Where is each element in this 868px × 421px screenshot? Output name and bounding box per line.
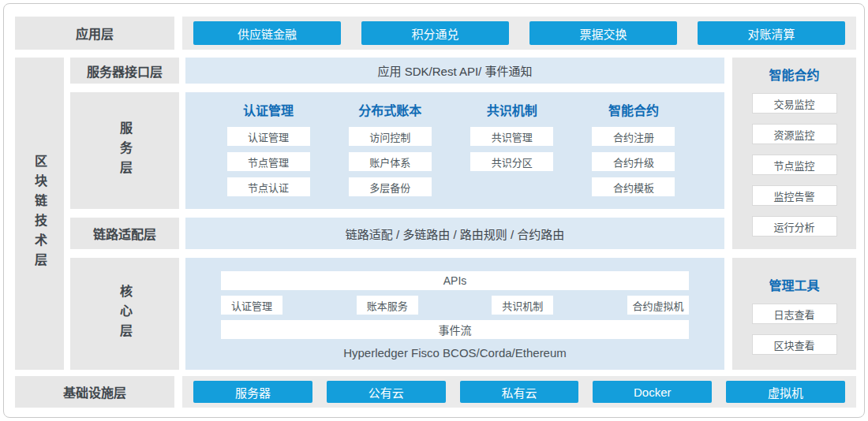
service-item: 合约注册 — [592, 127, 675, 146]
adapter-layer-content: 链路适配 / 多链路由 / 路由规则 / 合约路由 — [185, 218, 724, 249]
service-item: 认证管理 — [227, 127, 310, 146]
application-layer-row: 应用层 供应链金融 积分通兑 票据交换 对账清算 — [15, 17, 856, 50]
core-event-stream-bar: 事件流 — [221, 320, 689, 339]
infrastructure-layer-band: 服务器 公有云 私有云 Docker 虚拟机 — [182, 376, 856, 408]
monitor-item: 节点监控 — [752, 155, 837, 175]
core-modules-row: 认证管理 账本服务 共识机制 合约虚拟机 — [221, 296, 689, 315]
smart-contract-monitor-panel: 智能合约 交易监控 资源监控 节点监控 监控告警 运行分析 — [732, 58, 856, 249]
core-apis-bar: APIs — [221, 271, 689, 290]
service-column-header: 分布式账本 — [358, 103, 421, 119]
core-layer-label: 核心层 — [115, 285, 134, 344]
infra-button-public-cloud: 公有云 — [327, 381, 446, 403]
service-column-header: 认证管理 — [243, 103, 294, 119]
core-module: 合约虚拟机 — [627, 296, 689, 315]
application-layer-band: 供应链金融 积分通兑 票据交换 对账清算 — [182, 17, 856, 50]
app-button-supply-chain-finance: 供应链金融 — [193, 21, 341, 45]
monitor-item: 监控告警 — [752, 185, 837, 206]
service-layer-label: 服务层 — [115, 121, 134, 181]
app-button-bill-exchange: 票据交换 — [529, 21, 677, 45]
architecture-diagram: 应用层 供应链金融 积分通兑 票据交换 对账清算 区块链技术层 服务器接口层 服… — [3, 3, 865, 418]
service-item: 共识分区 — [470, 152, 553, 171]
blockchain-layer-label: 区块链技术层 — [30, 155, 49, 273]
service-column-consensus: 共识机制 共识管理 共识分区 — [453, 103, 571, 209]
service-item: 多层备份 — [349, 177, 432, 196]
blockchain-technology-layer: 区块链技术层 服务器接口层 服务层 链路适配层 核心层 应用 SDK/Rest … — [15, 58, 856, 370]
core-module: 认证管理 — [221, 296, 282, 315]
service-item: 节点认证 — [227, 177, 310, 196]
right-column: 智能合约 交易监控 资源监控 节点监控 监控告警 运行分析 管理工具 日志查看 … — [732, 58, 856, 370]
service-column-auth: 认证管理 认证管理 节点管理 节点认证 — [209, 103, 327, 209]
interface-layer-content: 应用 SDK/Rest API/ 事件通知 — [185, 58, 724, 84]
service-item: 合约升级 — [592, 152, 675, 171]
infrastructure-layer-label: 基础设施层 — [15, 376, 174, 408]
monitor-item: 运行分析 — [752, 216, 837, 237]
service-item: 共识管理 — [470, 127, 553, 146]
blockchain-layer-label-box: 区块链技术层 — [15, 58, 64, 370]
service-column-contract: 智能合约 合约注册 合约升级 合约模板 — [574, 103, 693, 209]
core-layer-panel: APIs 认证管理 账本服务 共识机制 合约虚拟机 事件流 Hyperledge… — [185, 258, 724, 370]
sublayer-labels-column: 服务器接口层 服务层 链路适配层 核心层 — [70, 58, 179, 370]
infra-button-docker: Docker — [593, 381, 712, 403]
layer-content-column: 应用 SDK/Rest API/ 事件通知 认证管理 认证管理 节点管理 节点认… — [185, 58, 724, 370]
service-column-header: 智能合约 — [608, 103, 659, 119]
service-column-header: 共识机制 — [487, 103, 537, 119]
infra-button-server: 服务器 — [193, 381, 312, 403]
service-item: 访问控制 — [349, 127, 432, 146]
application-layer-label: 应用层 — [15, 17, 174, 50]
service-column-ledger: 分布式账本 访问控制 账户体系 多层备份 — [331, 103, 449, 209]
app-button-points-exchange: 积分通兑 — [361, 21, 509, 45]
app-button-reconciliation: 对账清算 — [698, 21, 845, 45]
monitor-panel-header: 智能合约 — [769, 68, 819, 84]
tool-item: 日志查看 — [752, 304, 837, 324]
core-module: 账本服务 — [357, 296, 418, 315]
service-item: 节点管理 — [227, 152, 310, 171]
core-layer-label-box: 核心层 — [70, 258, 179, 370]
tool-item: 区块查看 — [752, 334, 837, 355]
core-module: 共识机制 — [492, 296, 553, 315]
infrastructure-layer-row: 基础设施层 服务器 公有云 私有云 Docker 虚拟机 — [15, 376, 856, 408]
core-platforms-text: Hyperledger Fisco BCOS/Corda/Ethereum — [221, 346, 689, 360]
monitor-item: 交易监控 — [752, 93, 837, 114]
interface-layer-label: 服务器接口层 — [70, 58, 179, 84]
service-layer-label-box: 服务层 — [70, 92, 179, 209]
management-tools-panel: 管理工具 日志查看 区块查看 — [732, 258, 856, 370]
monitor-item: 资源监控 — [752, 124, 837, 144]
adapter-layer-label: 链路适配层 — [70, 218, 179, 249]
service-item: 账户体系 — [349, 152, 432, 171]
service-layer-panel: 认证管理 认证管理 节点管理 节点认证 分布式账本 访问控制 账户体系 多层备份… — [185, 92, 724, 209]
tools-panel-header: 管理工具 — [769, 278, 819, 294]
service-item: 合约模板 — [592, 177, 675, 196]
infra-button-private-cloud: 私有云 — [460, 381, 579, 403]
infra-button-vm: 虚拟机 — [726, 381, 845, 403]
